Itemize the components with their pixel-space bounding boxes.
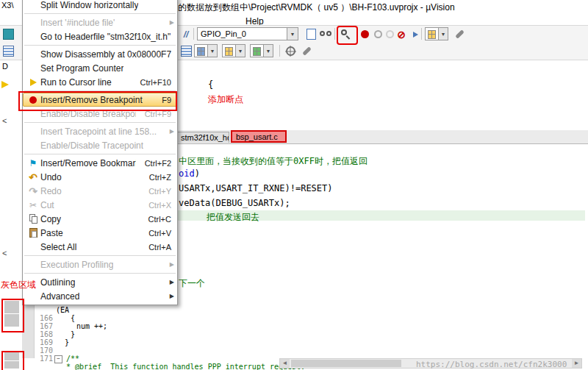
toolbar-separator [421,28,422,40]
wrench-icon[interactable] [453,28,466,40]
toolbox-icon[interactable] [300,45,313,57]
line-number: 170 [32,346,53,355]
hollow-dot-icon [386,30,394,38]
submenu-arrow-icon: ▶ [170,261,174,268]
redo-icon: ↷ [26,185,40,197]
scroll-right-icon[interactable]: ► [572,359,581,368]
memory-window-dropdown[interactable]: ▼ [222,44,245,57]
code-keyword-fragment: oid [179,168,195,179]
menu-item-enable-disable-tracepoint[interactable]: Enable/Disable Tracepoint [23,138,177,152]
binoculars-icon[interactable] [319,28,332,40]
insert-breakpoint-icon[interactable] [358,28,371,40]
collapse-left-icon[interactable]: < [2,249,7,257]
page-icon [306,29,316,40]
menu-item-set-program-counter[interactable]: Set Program Counter [23,61,177,75]
menu-item-run-to-cursor[interactable]: Run to Cursor lineCtrl+F10 [23,75,177,89]
find-in-files-icon[interactable] [304,28,318,40]
bookmark-next-icon[interactable] [409,28,422,40]
menu-item-show-disassembly[interactable]: Show Disassembly at 0x08000F76 [23,47,177,61]
annotation-box-breakpoint-item [18,91,177,111]
chevron-down-icon[interactable]: ▼ [438,28,448,40]
comment-lines-icon[interactable]: // [179,28,193,40]
menu-separator [24,154,176,154]
undo-icon: ↶ [26,171,40,183]
code-comment-line: 下一个 [179,277,205,290]
annotation-box-toolbar-icon [337,26,358,45]
code-comment-line: 中区里面，当接收到的值等于0XFF时，把值返回 [179,155,368,168]
menu-separator [24,255,176,256]
target-icon[interactable] [284,45,297,57]
window-layout-dropdown[interactable]: ▼ [425,27,448,40]
slashes-icon: // [184,29,189,40]
menu-item-goto-headerfile[interactable]: Go to Headerfile "stm32f10x_it.h" [23,29,177,43]
chevron-down-icon[interactable]: ▼ [263,45,273,57]
submenu-arrow-icon: ▶ [170,128,174,135]
toolbar-separator [334,28,335,40]
fold-collapse-icon[interactable]: − [54,355,62,363]
scroll-left-icon[interactable]: ◄ [280,359,290,368]
command-window-icon[interactable] [179,45,193,57]
teal-tool-icon[interactable] [1,28,15,40]
menu-item-paste[interactable]: PasteCtrl+V [23,226,177,240]
tab-stm32f10x-hd-s[interactable]: stm32f10x_hd.s [176,132,229,143]
menu-item-redo[interactable]: ↷RedoCtrl+Y [23,184,177,198]
menu-item-undo[interactable]: ↶UndoCtrl+Z [23,170,177,184]
line-number: 171 [32,355,53,363]
menu-item-split-window[interactable]: Split Window horizontally [23,0,177,12]
chevron-down-icon[interactable]: ▼ [287,28,298,40]
code-line: } [65,338,69,346]
scrollbar-thumb[interactable] [291,360,401,367]
annotation-box-gutter-bottom [1,351,24,370]
chevron-down-icon[interactable]: ▼ [235,45,245,57]
submenu-arrow-icon: ▶ [170,293,174,299]
menu-item-cut[interactable]: ✂CutCtrl+X [23,198,177,212]
upper-pane-brace: { [208,79,213,90]
chevron-down-icon[interactable]: ▼ [207,45,217,57]
tab-bsp-usart-c[interactable]: bsp_usart.c [231,130,287,143]
toolbar-separator [279,45,280,57]
menu-separator [24,45,176,46]
collapse-left-icon[interactable]: < [2,116,7,125]
menu-item-select-all[interactable]: Select AllCtrl+A [23,240,177,254]
watermark-text: https://blog.csdn.net/cfn2k3000 [416,360,567,369]
menu-item-advanced[interactable]: Advanced▶ [23,289,177,303]
crosshair-icon [286,46,295,56]
sidebar-toggle-icon[interactable] [1,45,15,57]
menu-item-insert-include[interactable]: Insert '#include file'▶ [23,15,177,29]
grid-icon [428,30,436,39]
code-line: } [71,330,75,338]
disassembly-window-dropdown[interactable]: ▼ [194,44,218,57]
run-to-cursor-icon [26,79,40,86]
pane-title-fragment: D [2,62,8,71]
menu-item-insert-remove-bookmark[interactable]: ⚑Insert/Remove BookmarkCtrl+F2 [23,156,177,170]
code-fragment: ) [195,168,200,179]
menu-item-copy[interactable]: CopyCtrl+C [23,212,177,226]
annotation-add-breakpoint: 添加断点 [208,93,243,106]
menu-separator [24,122,176,123]
kill-all-breakpoints-icon[interactable]: ⊘ [395,28,408,40]
code-line: USARTx,USART_IT_RXNE)!=RESET) [179,183,333,193]
grid-icon [225,47,233,56]
bookmark-icon: ⚑ [26,158,40,168]
find-text-combobox[interactable]: GPIO_Pin_0 ▼ [197,27,298,40]
menu-item-outlining[interactable]: Outlining▶ [23,275,177,289]
grid-icon [197,47,205,56]
current-line-arrow-icon [1,81,9,88]
menu-separator [24,13,176,14]
rows-icon [3,46,14,57]
line-number: 166 [32,314,53,322]
menu-item-insert-tracepoint[interactable]: Insert Tracepoint at line 158...▶ [23,124,177,138]
code-fragment: (EA [56,306,69,314]
code-comment-line: /** [66,355,79,363]
line-number: 169 [32,338,53,346]
submenu-arrow-icon: ▶ [170,279,174,285]
code-line: veData(DEBUG_USARTx); [179,198,290,208]
menu-item-execution-profiling[interactable]: Execution Profiling▶ [23,257,177,271]
line-number: 167 [32,322,53,330]
grid-icon [253,47,261,56]
code-comment-line: * @brief This function handles PPP inter… [66,363,305,370]
watch-window-dropdown[interactable]: ▼ [250,44,273,57]
wrench-glyph-icon [302,46,312,56]
copy-icon [26,214,40,224]
cut-icon: ✂ [26,200,40,210]
